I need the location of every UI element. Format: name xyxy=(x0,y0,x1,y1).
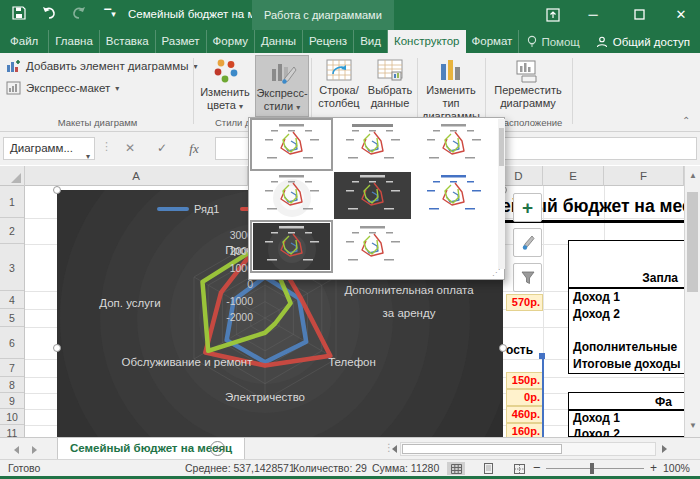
zoom-slider-thumb[interactable] xyxy=(590,463,594,474)
category-label[interactable]: Доп. услуги xyxy=(99,297,160,309)
column-header-e[interactable]: E xyxy=(543,166,604,186)
gallery-resize-grip[interactable]: ⋰ xyxy=(492,268,502,278)
category-label[interactable]: Обслуживание и ремонт xyxy=(122,356,254,368)
select-data-button[interactable]: Выбрать данные xyxy=(366,55,414,117)
gallery-style-8[interactable] xyxy=(334,223,411,270)
tab-главна[interactable]: Главна xyxy=(49,30,100,53)
row-header-8[interactable]: 8 xyxy=(0,378,24,393)
quick-layout-button[interactable]: Экспресс-макет▾ xyxy=(6,81,119,95)
minimize-button[interactable]: ─ xyxy=(578,4,608,26)
hscroll-left-icon[interactable] xyxy=(392,445,397,453)
column-header-f[interactable]: F xyxy=(604,166,684,186)
tab-форму[interactable]: Форму xyxy=(207,30,255,53)
switch-row-column-button[interactable]: Строка/ столбец xyxy=(314,55,364,117)
row-header-1[interactable]: 1 xyxy=(0,186,24,218)
row-header-4[interactable]: 4 xyxy=(0,292,24,309)
gallery-scrollbar[interactable] xyxy=(498,119,505,269)
name-box[interactable]: Диаграмм... ▾ xyxy=(3,137,95,160)
tab-реценз[interactable]: Реценз xyxy=(303,30,354,53)
row-header-2[interactable]: 2 xyxy=(0,219,24,244)
scroll-down-icon[interactable]: ▼ xyxy=(689,422,697,430)
horizontal-scrollbar[interactable] xyxy=(400,442,656,456)
chart-elements-button[interactable]: + xyxy=(513,193,542,222)
chart-styles-button[interactable] xyxy=(513,228,542,257)
vertical-scrollbar[interactable]: ▲ ▼ xyxy=(684,166,700,437)
zoom-out-icon[interactable]: − xyxy=(533,460,541,475)
legend-label[interactable]: Ряд1 xyxy=(194,203,219,215)
name-box-dropdown-icon[interactable]: ▾ xyxy=(86,146,90,167)
row-header-10[interactable]: 10 xyxy=(0,410,24,425)
ribbon-display-options-icon[interactable] xyxy=(538,4,568,26)
gallery-style-1[interactable] xyxy=(253,121,330,168)
value-cell[interactable]: 460р. xyxy=(506,406,543,423)
gallery-style-7[interactable] xyxy=(253,223,330,270)
tab-данны[interactable]: Данны xyxy=(255,30,303,53)
value-cell[interactable]: 150р. xyxy=(506,372,543,389)
redo-icon[interactable] xyxy=(70,6,90,24)
new-sheet-button[interactable]: + xyxy=(210,441,225,456)
change-chart-type-button[interactable]: Изменить тип диаграммы xyxy=(420,55,482,117)
chart-resize-handle-top-left[interactable] xyxy=(53,186,61,194)
enter-icon[interactable]: ✓ xyxy=(150,137,174,160)
share-button[interactable]: Общий доступ xyxy=(596,30,690,53)
maximize-button[interactable] xyxy=(624,4,654,26)
hscroll-right-icon[interactable] xyxy=(662,445,667,453)
select-all-button[interactable] xyxy=(0,166,25,186)
insert-function-icon[interactable]: fx xyxy=(182,137,206,160)
tab-размет[interactable]: Размет xyxy=(156,30,207,53)
next-sheet-icon[interactable] xyxy=(32,446,37,454)
gallery-style-3[interactable] xyxy=(415,121,492,168)
undo-icon[interactable] xyxy=(42,6,62,24)
close-button[interactable]: ✕ xyxy=(666,4,696,26)
collapse-ribbon-icon[interactable]: ⌃ xyxy=(682,115,690,126)
row-header-6[interactable]: 6 xyxy=(0,328,24,359)
selection-handle[interactable] xyxy=(539,353,545,359)
category-label[interactable]: Дополнительная оплата xyxy=(344,284,474,296)
zoom-level[interactable]: 100% xyxy=(663,462,690,474)
name-box-value: Диаграмм... xyxy=(10,142,73,154)
tab-вставка[interactable]: Вставка xyxy=(100,30,156,53)
row-header-7[interactable]: 7 xyxy=(0,360,24,377)
zoom-in-icon[interactable]: + xyxy=(650,461,657,475)
page-layout-view-icon[interactable] xyxy=(479,462,497,475)
tab-формат[interactable]: Формат xyxy=(466,30,520,53)
tab-file[interactable]: Файл xyxy=(0,30,49,53)
horizontal-scroll-thumb[interactable] xyxy=(402,444,562,454)
gallery-style-5[interactable] xyxy=(334,172,411,219)
category-label[interactable]: за аренду xyxy=(383,307,436,319)
value-cell[interactable]: 160р. xyxy=(506,423,543,437)
save-icon[interactable] xyxy=(12,6,32,24)
prev-sheet-icon[interactable] xyxy=(14,446,19,454)
column-header-a[interactable]: A xyxy=(25,166,248,186)
chart-resize-handle-left[interactable] xyxy=(53,344,61,352)
tab-вид[interactable]: Вид xyxy=(354,30,388,53)
value-cell[interactable]: 570р. xyxy=(506,294,543,311)
chart-filters-button[interactable] xyxy=(513,263,542,292)
tab-конструктор[interactable]: Конструктор xyxy=(388,30,466,53)
cancel-icon[interactable]: ✕ xyxy=(118,137,142,160)
row-header-3[interactable]: 3 xyxy=(0,245,24,291)
chart-resize-handle-right[interactable] xyxy=(499,344,507,352)
row-header-11[interactable]: 11 xyxy=(0,426,24,437)
change-colors-button[interactable]: Изменить цвета ▾ xyxy=(197,55,253,117)
scroll-up-icon[interactable]: ▲ xyxy=(689,172,697,180)
row-header-5[interactable]: 5 xyxy=(0,310,24,327)
vertical-scroll-thumb[interactable] xyxy=(687,192,698,292)
category-label[interactable]: Электричество xyxy=(225,391,305,403)
name-box-splitter[interactable]: ⋮ xyxy=(101,140,112,153)
row-header-9[interactable]: 9 xyxy=(0,394,24,409)
quick-styles-button[interactable]: Экспресс- стили ▾ xyxy=(255,55,309,117)
value-cell[interactable]: 0р. xyxy=(506,389,543,406)
gallery-style-6[interactable] xyxy=(415,172,492,219)
customize-qat-icon[interactable]: ▔▾ xyxy=(100,6,120,24)
add-chart-element-button[interactable]: Добавить элемент диаграммы▾ xyxy=(6,59,197,73)
legend-swatch[interactable] xyxy=(157,207,189,211)
page-break-view-icon[interactable] xyxy=(510,462,528,475)
category-label[interactable]: Телефон xyxy=(328,356,376,368)
gallery-style-2[interactable] xyxy=(334,121,411,168)
gallery-style-4[interactable] xyxy=(253,172,330,219)
tab-help[interactable]: Помощ xyxy=(519,30,587,53)
zoom-slider[interactable] xyxy=(546,468,644,469)
move-chart-button[interactable]: Переместить диаграмму xyxy=(488,55,568,117)
normal-view-icon[interactable] xyxy=(447,462,465,475)
